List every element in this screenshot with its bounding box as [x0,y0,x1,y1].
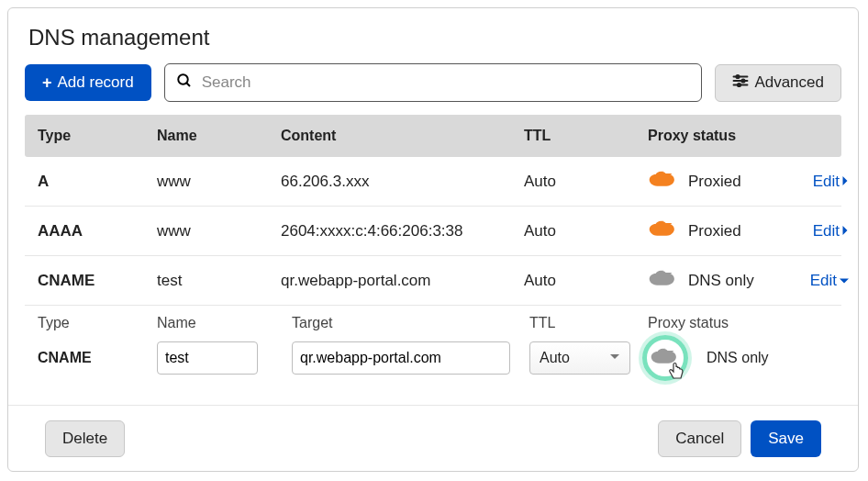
cell-type: A [38,173,157,191]
edit-link-label: Edit [813,173,840,191]
save-button[interactable]: Save [751,420,821,457]
col-type: Type [38,128,157,144]
cell-name: www [157,173,281,191]
toolbar: + Add record Advanced [25,63,841,102]
add-record-label: Add record [58,73,134,92]
svg-point-0 [178,74,188,84]
cell-ttl: Auto [524,173,648,191]
edit-label-name: Name [157,315,281,331]
svg-line-1 [186,83,190,86]
cell-ttl: Auto [524,222,648,240]
edit-ttl-select[interactable]: Auto [529,341,630,375]
proxy-status-label: Proxied [688,222,741,240]
edit-label-type: Type [38,315,157,331]
edit-ttl-value: Auto [540,350,570,366]
table-header: Type Name Content TTL Proxy status [25,115,841,157]
cell-content: qr.webapp-portal.com [281,272,524,290]
edit-label-ttl: TTL [524,315,648,331]
svg-point-7 [738,83,740,85]
cell-ttl: Auto [524,272,648,290]
advanced-label: Advanced [754,73,824,92]
chevron-down-icon [839,272,850,290]
divider [8,405,858,406]
page-title: DNS management [28,25,841,50]
edit-type-value: CNAME [38,350,157,366]
cell-content: 2604:xxxx:c:4:66:206:3:38 [281,222,524,240]
svg-point-3 [737,74,740,77]
table-row: A www 66.206.3.xxx Auto Proxied Edit [25,157,841,207]
edit-link[interactable]: Edit [776,173,850,191]
svg-point-5 [742,79,745,82]
delete-button[interactable]: Delete [45,420,125,457]
edit-row: CNAME Auto [25,335,841,388]
cell-type: AAAA [38,222,157,240]
search-field-wrap [164,63,703,102]
dns-management-panel: DNS management + Add record Advanced [7,7,859,472]
table-body: A www 66.206.3.xxx Auto Proxied Edit AAA… [25,157,841,306]
footer: Delete Cancel Save [25,420,841,457]
cloud-proxied-icon [648,218,679,244]
proxy-status-label: DNS only [688,272,754,290]
table-row: CNAME test qr.webapp-portal.com Auto DNS… [25,256,841,306]
edit-link[interactable]: Edit [776,222,850,240]
edit-link-label: Edit [813,222,840,240]
table-row: AAAA www 2604:xxxx:c:4:66:206:3:38 Auto … [25,207,841,256]
add-record-button[interactable]: + Add record [25,64,151,101]
advanced-button[interactable]: Advanced [715,64,841,102]
edit-link[interactable]: Edit [776,272,850,290]
chevron-down-icon [609,350,620,366]
cloud-dns-only-icon[interactable] [650,345,681,371]
cell-type: CNAME [38,272,157,290]
plus-icon: + [42,74,52,91]
cell-content: 66.206.3.xxx [281,173,524,191]
sliders-icon [732,73,749,93]
edit-label-proxy: Proxy status [648,315,850,331]
search-icon [176,73,193,93]
cell-name: www [157,222,281,240]
col-content: Content [281,128,524,144]
cloud-dns-only-icon [648,267,679,294]
cloud-proxied-icon [648,168,679,195]
edit-label-target: Target [281,315,524,331]
cell-proxy: DNS only [648,267,776,294]
proxy-toggle-highlight [642,335,688,381]
edit-target-input[interactable] [292,341,510,375]
cell-name: test [157,272,281,290]
cell-proxy: Proxied [648,218,776,244]
col-proxy: Proxy status [648,128,776,144]
cell-proxy: Proxied [648,168,776,195]
col-ttl: TTL [524,128,648,144]
chevron-right-icon [841,222,850,240]
edit-link-label: Edit [810,272,837,290]
col-name: Name [157,128,281,144]
edit-proxy-label: DNS only [707,350,769,366]
cancel-button[interactable]: Cancel [658,420,741,457]
chevron-right-icon [841,173,850,191]
edit-name-input[interactable] [157,341,258,375]
proxy-status-label: Proxied [688,173,741,191]
edit-labels: Type Name Target TTL Proxy status [25,306,841,335]
search-input[interactable] [164,63,703,102]
